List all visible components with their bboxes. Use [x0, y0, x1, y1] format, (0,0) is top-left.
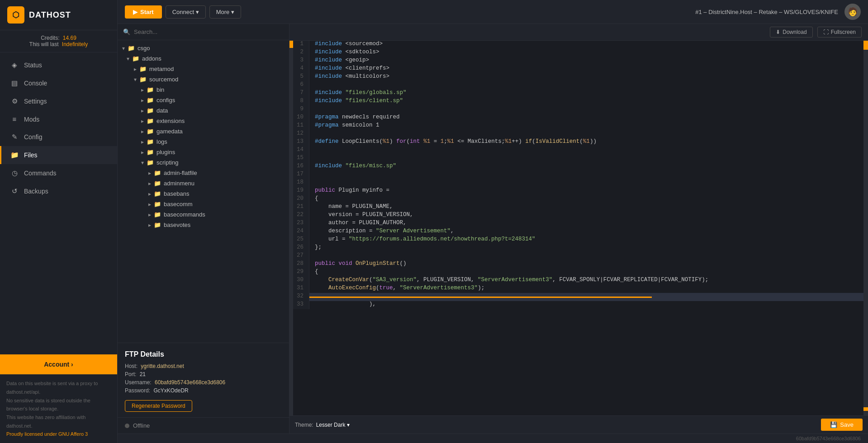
tree-item-label: basecomm	[164, 201, 193, 207]
search-input[interactable]	[134, 28, 284, 35]
sidebar-item-mods[interactable]: ≡ Mods	[0, 110, 117, 128]
chevron-icon: ▸	[148, 212, 151, 218]
main-content: ▶ Start Connect ▾ More ▾ #1 – DistrictNi…	[118, 0, 868, 443]
search-icon: 🔍	[123, 28, 130, 35]
sidebar-item-backups[interactable]: ↺ Backups	[0, 182, 117, 200]
tree-item-extensions[interactable]: ▸ 📁 extensions	[118, 116, 289, 126]
download-icon: ⬇	[776, 29, 780, 35]
folder-icon: 📁	[147, 159, 154, 166]
tree-item-configs[interactable]: ▸ 📁 configs	[118, 95, 289, 105]
tree-item-logs[interactable]: ▸ 📁 logs	[118, 137, 289, 147]
code-line: 13#define LoopClients(%1) for(int %1 = 1…	[293, 138, 863, 146]
offline-dot	[125, 424, 129, 428]
theme-selector[interactable]: Theme: Lesser Dark ▾	[295, 422, 350, 428]
tree-item-addons[interactable]: ▾ 📁 addons	[118, 53, 289, 64]
right-scroll-thumb-bottom	[863, 407, 868, 411]
affero-link[interactable]: Proudly licensed under GNU Affero 3	[6, 431, 88, 437]
account-button[interactable]: Account ›	[0, 354, 117, 374]
folder-icon: 📁	[147, 107, 154, 114]
play-icon: ▶	[133, 9, 138, 15]
folder-icon: 📁	[147, 138, 154, 145]
sidebar-item-label: Status	[24, 61, 42, 69]
code-line: 5#include <multicolors>	[293, 73, 863, 81]
regenerate-password-button[interactable]: Regenerate Password	[125, 400, 192, 412]
status-icon: ◈	[10, 61, 19, 69]
chevron-icon: ▸	[141, 87, 144, 93]
chevron-icon: ▸	[148, 191, 151, 197]
sidebar-item-files[interactable]: 📁 Files	[0, 146, 117, 164]
mods-icon: ≡	[10, 115, 19, 123]
right-scroll-thumb	[863, 41, 868, 50]
right-scrollbar[interactable]	[863, 41, 868, 415]
editor-bottom-bar: Theme: Lesser Dark ▾ 💾 Save	[289, 415, 868, 434]
code-line: 17	[293, 171, 863, 179]
left-scroll-thumb	[289, 41, 293, 48]
backups-icon: ↺	[10, 187, 19, 195]
sidebar-item-settings[interactable]: ⚙ Settings	[0, 92, 117, 110]
folder-icon: 📁	[154, 201, 161, 207]
sidebar-item-label: Mods	[24, 116, 39, 123]
sidebar-item-status[interactable]: ◈ Status	[0, 56, 117, 74]
tree-item-csgo[interactable]: ▾ 📁 csgo	[118, 43, 289, 53]
code-editor[interactable]: 1#include <sourcemod> 2#include <sdktool…	[293, 41, 863, 415]
tree-item-label: sourcemod	[149, 76, 178, 83]
connect-button[interactable]: Connect ▾	[166, 5, 206, 19]
code-line: 7#include "files/globals.sp"	[293, 90, 863, 98]
folder-icon: 📁	[154, 190, 161, 197]
content-area: 🔍 ▾ 📁 csgo ▾ 📁 addons ▸	[118, 24, 868, 434]
tree-item-label: gamedata	[157, 128, 183, 135]
download-button[interactable]: ⬇ Download	[770, 27, 812, 38]
folder-icon: 📁	[128, 45, 135, 52]
topbar: ▶ Start Connect ▾ More ▾ #1 – DistrictNi…	[118, 0, 868, 24]
code-line: 31 AutoExecConfig(true, "ServerAdvertise…	[293, 285, 863, 293]
sidebar-item-label: Settings	[24, 98, 47, 105]
code-line: 23 author = PLUGIN_AUTHOR,	[293, 220, 863, 228]
ftp-panel: FTP Details Host: ygritte.dathost.net Po…	[118, 343, 289, 417]
chevron-icon: ▸	[141, 139, 144, 145]
folder-icon: 📁	[147, 128, 154, 135]
save-button[interactable]: 💾 Save	[821, 419, 863, 431]
code-line: 8#include "files/client.sp"	[293, 98, 863, 106]
tree-item-bin[interactable]: ▸ 📁 bin	[118, 85, 289, 95]
folder-icon: 📁	[139, 66, 147, 72]
tree-item-label: addons	[142, 55, 161, 62]
tree-item-data[interactable]: ▸ 📁 data	[118, 105, 289, 116]
tree-item-plugins[interactable]: ▸ 📁 plugins	[118, 147, 289, 157]
tree-item-basecommands[interactable]: ▸ 📁 basecommands	[118, 209, 289, 220]
code-line: 10#pragma newdecls required	[293, 114, 863, 122]
sidebar-item-config[interactable]: ✎ Config	[0, 128, 117, 146]
tree-item-basecomm[interactable]: ▸ 📁 basecomm	[118, 199, 289, 209]
chevron-icon: ▸	[148, 180, 151, 187]
tree-item-label: scripting	[157, 159, 178, 166]
more-button[interactable]: More ▾	[209, 5, 241, 19]
code-line: 33 ),	[293, 301, 863, 309]
config-icon: ✎	[10, 133, 19, 141]
tree-item-basevotes[interactable]: ▸ 📁 basevotes	[118, 220, 289, 230]
ftp-title: FTP Details	[125, 350, 282, 358]
code-line: 3#include <geoip>	[293, 57, 863, 65]
save-icon: 💾	[830, 421, 837, 428]
sidebar-item-console[interactable]: ▤ Console	[0, 74, 117, 92]
fullscreen-button[interactable]: ⛶ Fullscreen	[817, 27, 862, 38]
chevron-icon: ▸	[141, 97, 144, 104]
start-button[interactable]: ▶ Start	[125, 5, 162, 19]
sidebar-header: ⬡ DATHOST	[0, 0, 117, 30]
code-line: 1#include <sourcemod>	[293, 41, 863, 49]
tree-item-label: metamod	[149, 66, 174, 72]
code-line: 14	[293, 146, 863, 155]
tree-item-metamod[interactable]: ▸ 📁 metamod	[118, 64, 289, 74]
bottom-footer: 60bafd9b5743e668ce3d6806	[118, 434, 868, 443]
code-line: 29{	[293, 269, 863, 277]
sidebar-item-commands[interactable]: ◷ Commands	[0, 164, 117, 182]
offline-status: Offline	[118, 417, 289, 434]
chevron-icon: ▸	[148, 170, 151, 176]
chevron-icon: ▸	[141, 118, 144, 124]
tree-item-adminmenu[interactable]: ▸ 📁 adminmenu	[118, 178, 289, 189]
tree-item-gamedata[interactable]: ▸ 📁 gamedata	[118, 126, 289, 137]
sidebar-item-label: Files	[24, 151, 38, 159]
tree-item-sourcemod[interactable]: ▾ 📁 sourcemod	[118, 74, 289, 85]
tree-item-basebans[interactable]: ▸ 📁 basebans	[118, 189, 289, 199]
tree-item-admin-flatfile[interactable]: ▸ 📁 admin-flatfile	[118, 168, 289, 178]
tree-item-scripting[interactable]: ▾ 📁 scripting	[118, 157, 289, 168]
code-line: 25 url = "https://forums.alliedmods.net/…	[293, 236, 863, 244]
